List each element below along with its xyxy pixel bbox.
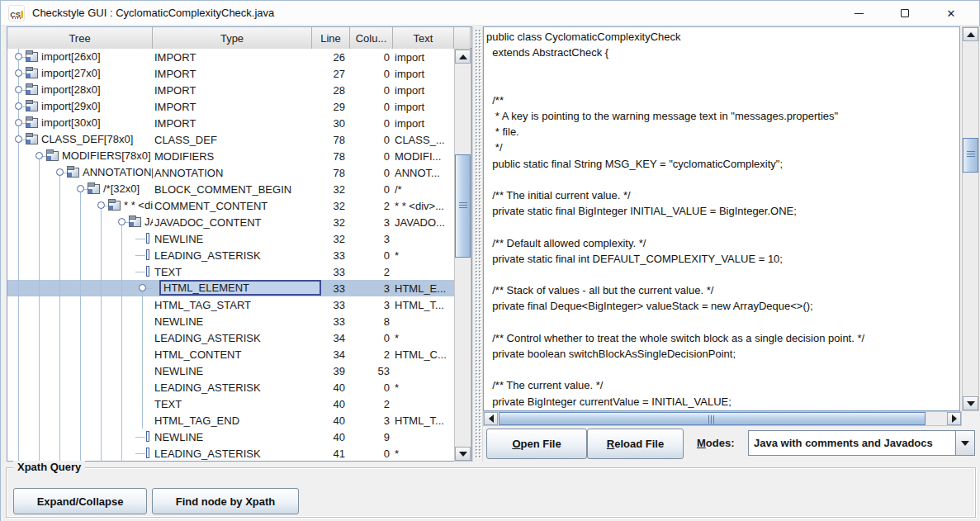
collapse-toggle-icon[interactable] — [36, 152, 43, 159]
collapse-toggle-icon[interactable] — [77, 185, 84, 192]
table-row[interactable]: JAVADOC_CONTENT[32x3]JAVADOC_CONTENT323J… — [7, 214, 454, 230]
tree-guide-line — [59, 362, 60, 379]
close-button[interactable]: ✕ — [933, 1, 969, 26]
code-scroll-left-button[interactable] — [484, 412, 498, 425]
find-node-button[interactable]: Find node by Xpath — [152, 488, 299, 514]
type-cell: ANNOTATION — [153, 164, 312, 181]
table-row[interactable]: LEADING_ASTERISK330* — [7, 247, 454, 263]
code-scroll-up-button[interactable] — [963, 27, 978, 41]
table-row[interactable]: import[26x0]IMPORT260import — [7, 49, 454, 65]
tree-scroll-up-button[interactable] — [455, 50, 471, 64]
header-cell-text[interactable]: Text — [393, 27, 454, 49]
tree-scroll-thumb[interactable] — [455, 154, 471, 258]
line-cell: 40 — [312, 412, 350, 429]
table-row[interactable]: import[27x0]IMPORT270import — [7, 65, 454, 82]
type-cell: MODIFIERS — [153, 148, 312, 164]
table-row[interactable]: LEADING_ASTERISK340* — [7, 329, 454, 346]
expand-toggle-icon[interactable] — [15, 53, 22, 60]
column-cell: 3 — [350, 280, 393, 296]
split-divider[interactable] — [472, 26, 483, 462]
type-cell: NEWLINE — [153, 429, 312, 445]
selection-focus-box[interactable]: HTML_ELEMENT — [159, 280, 321, 296]
expand-toggle-icon[interactable] — [15, 69, 22, 77]
table-row[interactable]: HTML_TAG_END403HTML_T... — [7, 412, 454, 429]
code-scrollbar-vertical[interactable] — [962, 26, 979, 411]
column-cell: 0 — [350, 329, 393, 346]
table-row[interactable]: NEWLINE3953 — [7, 362, 454, 379]
text-cell: * — [393, 445, 454, 462]
table-row[interactable]: NEWLINE323 — [7, 230, 454, 247]
table-row[interactable]: TEXT332 — [7, 263, 454, 280]
open-file-button[interactable]: Open File — [486, 429, 587, 459]
header-cell-colu[interactable]: Colu... — [350, 27, 393, 49]
tree-scroll-down-button[interactable] — [455, 447, 471, 461]
text-cell: import — [393, 49, 454, 65]
logo-bar — [21, 11, 23, 18]
code-scrollbar-horizontal[interactable] — [483, 411, 962, 426]
table-row[interactable]: LEADING_ASTERISK400* — [7, 379, 454, 395]
combo-arrow-button[interactable] — [955, 431, 974, 455]
table-row[interactable]: import[30x0]IMPORT300import — [7, 115, 454, 131]
header-cell-tree[interactable]: Tree — [7, 27, 153, 49]
expand-toggle-icon[interactable] — [15, 119, 22, 126]
collapse-toggle-icon[interactable] — [118, 218, 125, 225]
table-row[interactable]: import[29x0]IMPORT290import — [7, 98, 454, 115]
type-cell: TEXT — [153, 395, 312, 412]
modes-combobox[interactable]: Java with comments and Javadocs — [748, 430, 975, 456]
table-row[interactable]: HTML_ELEMENT333HTML_E... — [7, 280, 454, 296]
code-scroll-right-button[interactable] — [947, 412, 961, 425]
header-cell-line[interactable]: Line — [312, 27, 350, 49]
collapse-toggle-icon[interactable] — [97, 201, 105, 209]
table-row[interactable]: MODIFIERS[78x0]MODIFIERS780MODIFI... — [7, 148, 454, 164]
tree-scrollbar-vertical[interactable] — [454, 49, 471, 462]
type-cell: TEXT — [153, 263, 312, 280]
collapse-toggle-icon[interactable] — [15, 135, 22, 143]
tree-guide-line — [80, 230, 81, 247]
tree-guide-line — [80, 247, 81, 263]
header-cell-stub — [454, 27, 471, 49]
tree-guide-line — [39, 247, 40, 263]
table-row[interactable]: * * <div>...COMMENT_CONTENT322* * <div>.… — [7, 197, 454, 214]
collapse-toggle-icon[interactable] — [56, 168, 64, 176]
tree-guide-line — [121, 329, 122, 346]
column-cell: 3 — [350, 296, 393, 313]
tree-guide-line — [18, 346, 19, 362]
tree-guide-line — [142, 362, 143, 379]
table-row[interactable]: CLASS_DEF[78x0]CLASS_DEF780CLASS_... — [7, 131, 454, 148]
table-row[interactable]: HTML_TAG_START333HTML_T... — [7, 296, 454, 313]
line-cell: 32 — [312, 230, 350, 247]
tree-guide-line — [18, 263, 19, 280]
code-scroll-hthumb[interactable] — [499, 412, 926, 425]
table-row[interactable]: /*[32x0]BLOCK_COMMENT_BEGIN320/* — [7, 181, 454, 197]
tree-table-header: TreeTypeLineColu...Text — [7, 27, 471, 49]
header-cell-type[interactable]: Type — [153, 27, 312, 49]
table-row[interactable]: NEWLINE409 — [7, 429, 454, 445]
arrow-down-icon — [459, 452, 467, 457]
tree-guide-line — [39, 230, 40, 247]
table-row[interactable]: NEWLINE338 — [7, 313, 454, 329]
code-scroll-thumb[interactable] — [963, 138, 978, 173]
collapse-toggle-icon[interactable] — [139, 284, 146, 291]
arrow-down-icon — [967, 401, 975, 406]
column-cell: 0 — [350, 131, 393, 148]
line-cell: 34 — [312, 346, 350, 362]
code-scroll-down-button[interactable] — [963, 396, 978, 410]
titlebar[interactable]: CS Checkstyle GUI : CyclomaticComplexity… — [1, 1, 979, 26]
expand-toggle-icon[interactable] — [15, 86, 22, 93]
table-row[interactable]: TEXT402 — [7, 395, 454, 412]
tree-guide-line — [59, 395, 60, 412]
folder-icon — [88, 184, 100, 194]
table-row[interactable]: LEADING_ASTERISK410* — [7, 445, 454, 462]
table-row[interactable]: HTML_CONTENT342HTML_C... — [7, 346, 454, 362]
expand-collapse-button[interactable]: Expand/Collapse — [13, 488, 147, 514]
table-row[interactable]: ANNOTATION[78x0]ANNOTATION780ANNOT... — [7, 164, 454, 181]
code-view[interactable]: public class CyclomaticComplexityCheck e… — [483, 26, 960, 411]
table-row[interactable]: import[28x0]IMPORT280import — [7, 82, 454, 98]
maximize-button[interactable] — [887, 1, 923, 26]
reload-file-button[interactable]: Reload File — [587, 429, 684, 459]
folder-icon — [67, 168, 79, 178]
expand-toggle-icon[interactable] — [15, 102, 22, 110]
minimize-icon — [855, 13, 864, 14]
tree-guide-line — [18, 181, 19, 197]
minimize-button[interactable] — [840, 1, 877, 26]
